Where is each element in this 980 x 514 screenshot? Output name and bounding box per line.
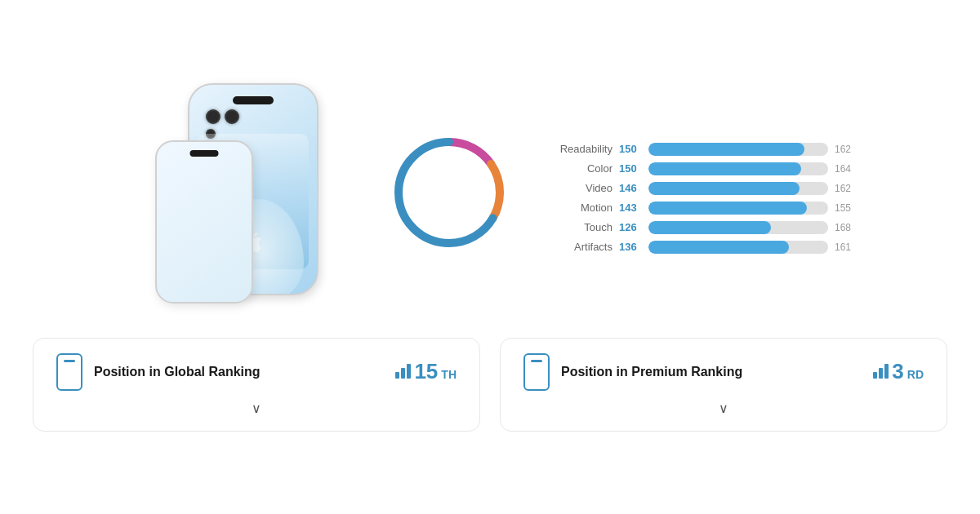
- ranking-chevron-1[interactable]: ∨: [719, 401, 728, 416]
- ranking-card-top-0: Position in Global Ranking 15TH: [56, 353, 457, 391]
- bar-chart-icon-1: [873, 362, 889, 379]
- bar-chart-icon-0: [395, 362, 411, 379]
- camera-dot-1: [206, 109, 220, 124]
- phone-image: [155, 83, 318, 304]
- bar-0: [873, 372, 877, 379]
- phone-icon-0: [56, 353, 82, 391]
- metric-label-2: Video: [547, 182, 612, 194]
- metric-score-1: 150: [619, 162, 642, 175]
- metric-bar-fill-1: [648, 162, 801, 175]
- ranking-ordinal-1: RD: [907, 368, 924, 381]
- metric-score-3: 143: [619, 202, 642, 214]
- ranking-ordinal-0: TH: [441, 368, 457, 381]
- metric-max-3: 155: [835, 202, 858, 214]
- metric-label-3: Motion: [547, 202, 612, 214]
- metric-label-0: Readability: [547, 143, 612, 155]
- ranking-title-1: Position in Premium Ranking: [561, 365, 742, 379]
- metric-bar-2: [648, 182, 828, 195]
- metric-max-5: 161: [835, 241, 858, 253]
- metric-row-color: Color 150 164: [547, 162, 858, 175]
- metric-bar-fill-3: [648, 202, 807, 215]
- metric-max-0: 162: [835, 144, 858, 155]
- ranking-chevron-0[interactable]: ∨: [252, 401, 261, 416]
- bar-1: [401, 368, 405, 379]
- metrics-section: Readability 150 162 Color 150 164 Video …: [547, 143, 858, 254]
- metric-row-artifacts: Artifacts 136 161: [547, 241, 858, 254]
- phone-section: [122, 83, 351, 313]
- metric-bar-0: [648, 143, 828, 156]
- metric-bar-3: [648, 202, 828, 215]
- metric-row-video: Video 146 162: [547, 182, 858, 195]
- metric-bar-fill-2: [648, 182, 800, 195]
- ranking-value-0: 15TH: [395, 359, 457, 384]
- bar-1: [879, 368, 883, 379]
- metric-label-1: Color: [547, 162, 612, 175]
- metric-bar-4: [648, 221, 828, 234]
- metric-max-1: 164: [835, 163, 858, 175]
- metric-score-2: 146: [619, 182, 642, 194]
- metric-label-5: Artifacts: [547, 241, 612, 253]
- bar-2: [884, 364, 889, 379]
- metric-score-4: 126: [619, 221, 642, 233]
- ranking-card-0: Position in Global Ranking 15TH ∨: [33, 338, 480, 432]
- ranking-card-1: Position in Premium Ranking 3RD ∨: [500, 338, 947, 432]
- ranking-left-1: Position in Premium Ranking: [523, 353, 742, 391]
- metric-bar-5: [648, 241, 828, 254]
- metric-label-4: Touch: [547, 221, 612, 233]
- phone-icon-1: [523, 353, 550, 391]
- metric-row-readability: Readability 150 162: [547, 143, 858, 156]
- score-circle: [388, 131, 510, 254]
- ranking-title-0: Position in Global Ranking: [94, 365, 261, 379]
- metric-row-motion: Motion 143 155: [547, 202, 858, 215]
- metric-bar-fill-4: [648, 221, 771, 234]
- metric-bar-fill-5: [648, 241, 789, 254]
- bar-0: [395, 372, 399, 379]
- bar-2: [407, 364, 411, 379]
- metric-bar-fill-0: [648, 143, 804, 156]
- ranking-number-1: 3: [892, 359, 903, 384]
- ranking-number-0: 15: [414, 359, 438, 384]
- metric-max-4: 168: [835, 222, 858, 233]
- ranking-left-0: Position in Global Ranking: [56, 353, 261, 391]
- score-ring-svg: [388, 131, 510, 254]
- metric-score-5: 136: [619, 241, 642, 253]
- score-section: [368, 131, 531, 265]
- ranking-card-top-1: Position in Premium Ranking 3RD: [523, 353, 924, 391]
- metric-score-0: 150: [619, 143, 642, 155]
- ranking-section: Position in Global Ranking 15TH ∨ Positi…: [33, 338, 947, 432]
- metric-max-2: 162: [835, 183, 858, 194]
- camera-dot-2: [225, 109, 239, 124]
- ranking-value-1: 3RD: [873, 359, 924, 384]
- metric-row-touch: Touch 126 168: [547, 221, 858, 234]
- metric-bar-1: [648, 162, 828, 175]
- phone-front: [155, 140, 253, 304]
